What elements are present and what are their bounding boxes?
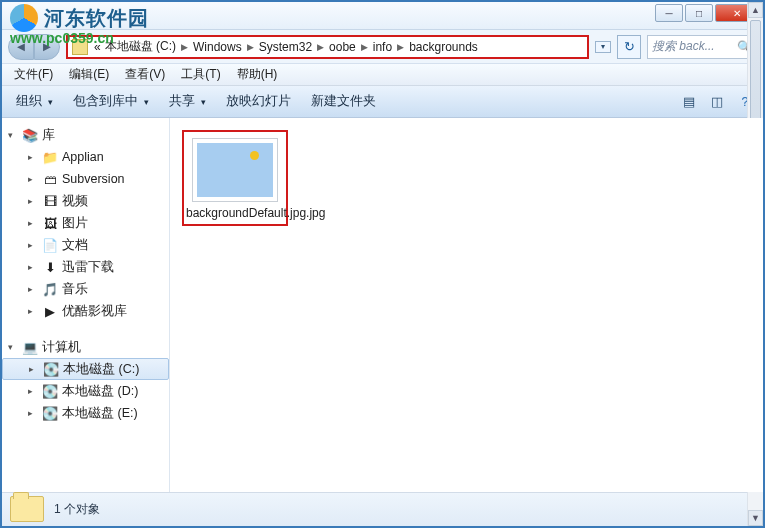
music-icon: 🎵 [42, 281, 58, 297]
drive-icon: 💽 [42, 383, 58, 399]
search-input[interactable]: 搜索 back... 🔍 [647, 35, 757, 59]
sidebar-drive[interactable]: ▸💽本地磁盘 (C:) [2, 358, 169, 380]
expand-icon[interactable]: ▸ [28, 284, 38, 294]
sidebar-drive-label: 本地磁盘 (C:) [63, 361, 139, 378]
expand-icon[interactable]: ▸ [28, 218, 38, 228]
breadcrumb-seg[interactable]: backgrounds [407, 40, 480, 54]
sidebar-item-label: 音乐 [62, 281, 88, 298]
breadcrumb-seg[interactable]: info [371, 40, 394, 54]
expand-icon[interactable]: ▸ [28, 386, 38, 396]
sidebar-item-label: 优酷影视库 [62, 303, 127, 320]
expand-icon[interactable]: ▾ [8, 130, 18, 140]
menu-tools[interactable]: 工具(T) [173, 64, 228, 85]
toolbar: 组织 包含到库中 共享 放映幻灯片 新建文件夹 ▤ ◫ ? [2, 86, 763, 118]
refresh-button[interactable]: ↻ [617, 35, 641, 59]
menu-file[interactable]: 文件(F) [6, 64, 61, 85]
organize-button[interactable]: 组织 [6, 89, 63, 114]
sidebar-computer[interactable]: ▾ 💻 计算机 [2, 336, 169, 358]
dropdown-icon[interactable]: ▾ [595, 41, 611, 53]
expand-icon[interactable]: ▸ [28, 174, 38, 184]
documents-icon: 📄 [42, 237, 58, 253]
expand-icon[interactable]: ▾ [8, 342, 18, 352]
preview-pane-button[interactable]: ◫ [705, 90, 729, 114]
drive-icon: 💽 [43, 361, 59, 377]
sidebar-item-label: 图片 [62, 215, 88, 232]
sidebar-label: 库 [42, 127, 55, 144]
breadcrumb-seg[interactable]: Windows [191, 40, 244, 54]
menu-bar: 文件(F) 编辑(E) 查看(V) 工具(T) 帮助(H) [2, 64, 763, 86]
chevron-right-icon[interactable]: ▶ [178, 42, 191, 52]
chevron-right-icon[interactable]: ▶ [244, 42, 257, 52]
sidebar-item-label: 文档 [62, 237, 88, 254]
window-controls: ─ □ ✕ [655, 4, 759, 22]
nav-arrows: ◄ ► [8, 34, 60, 60]
sidebar-item-label: Applian [62, 150, 104, 164]
sidebar-item[interactable]: ▸📁Applian [2, 146, 169, 168]
file-item[interactable]: backgroundDefault.jpg.jpg [182, 130, 288, 226]
expand-icon[interactable]: ▸ [28, 152, 38, 162]
view-mode-button[interactable]: ▤ [677, 90, 701, 114]
sidebar-item[interactable]: ▸🎵音乐 [2, 278, 169, 300]
file-thumbnail [192, 138, 278, 202]
libraries-icon: 📚 [22, 127, 38, 143]
expand-icon[interactable]: ▸ [29, 364, 39, 374]
content-area[interactable]: backgroundDefault.jpg.jpg [170, 118, 763, 492]
sidebar-drive-label: 本地磁盘 (E:) [62, 405, 138, 422]
folder-icon: 📁 [42, 149, 58, 165]
expand-icon[interactable]: ▸ [28, 408, 38, 418]
sidebar-drive-label: 本地磁盘 (D:) [62, 383, 138, 400]
youku-icon: ▶ [42, 303, 58, 319]
chevron-right-icon[interactable]: ▶ [314, 42, 327, 52]
expand-icon[interactable]: ▸ [28, 240, 38, 250]
sidebar-item[interactable]: ▸⬇迅雷下载 [2, 256, 169, 278]
new-folder-button[interactable]: 新建文件夹 [301, 89, 386, 114]
chevron-right-icon[interactable]: ▶ [358, 42, 371, 52]
pictures-icon: 🖼 [42, 215, 58, 231]
status-count: 1 个对象 [54, 501, 100, 518]
include-library-button[interactable]: 包含到库中 [63, 89, 159, 114]
menu-view[interactable]: 查看(V) [117, 64, 173, 85]
titlebar: ─ □ ✕ [2, 2, 763, 30]
computer-icon: 💻 [22, 339, 38, 355]
file-name: backgroundDefault.jpg.jpg [186, 206, 284, 220]
forward-button[interactable]: ► [34, 34, 60, 60]
sidebar-item-label: 迅雷下载 [62, 259, 114, 276]
slideshow-button[interactable]: 放映幻灯片 [216, 89, 301, 114]
expand-icon[interactable]: ▸ [28, 262, 38, 272]
sidebar-item[interactable]: ▸▶优酷影视库 [2, 300, 169, 322]
sidebar-item-label: Subversion [62, 172, 125, 186]
expand-icon[interactable]: ▸ [28, 196, 38, 206]
body-area: ▾ 📚 库 ▸📁Applian ▸🗃Subversion ▸🎞视频 ▸🖼图片 ▸… [2, 118, 763, 492]
menu-edit[interactable]: 编辑(E) [61, 64, 117, 85]
maximize-button[interactable]: □ [685, 4, 713, 22]
status-folder-icon [10, 496, 44, 524]
back-button[interactable]: ◄ [8, 34, 34, 60]
sidebar-drive[interactable]: ▸💽本地磁盘 (D:) [2, 380, 169, 402]
minimize-button[interactable]: ─ [655, 4, 683, 22]
sidebar: ▾ 📚 库 ▸📁Applian ▸🗃Subversion ▸🎞视频 ▸🖼图片 ▸… [2, 118, 170, 492]
address-row: ◄ ► « 本地磁盘 (C:)▶ Windows▶ System32▶ oobe… [2, 30, 763, 64]
menu-help[interactable]: 帮助(H) [229, 64, 286, 85]
breadcrumb-bar[interactable]: « 本地磁盘 (C:)▶ Windows▶ System32▶ oobe▶ in… [66, 35, 589, 59]
sidebar-libraries[interactable]: ▾ 📚 库 [2, 124, 169, 146]
breadcrumb-seg[interactable]: oobe [327, 40, 358, 54]
folder-icon: 🗃 [42, 171, 58, 187]
video-icon: 🎞 [42, 193, 58, 209]
breadcrumb-seg[interactable]: System32 [257, 40, 314, 54]
search-placeholder: 搜索 back... [652, 38, 715, 55]
chevron-right-icon[interactable]: ▶ [394, 42, 407, 52]
breadcrumb-dropdown[interactable]: ▾ [595, 41, 611, 53]
breadcrumb-seg[interactable]: 本地磁盘 (C:) [103, 38, 178, 55]
download-icon: ⬇ [42, 259, 58, 275]
breadcrumb-prefix: « [92, 40, 103, 54]
sidebar-item[interactable]: ▸🎞视频 [2, 190, 169, 212]
status-bar: 1 个对象 [2, 492, 763, 526]
sidebar-drive[interactable]: ▸💽本地磁盘 (E:) [2, 402, 169, 424]
sidebar-item[interactable]: ▸🖼图片 [2, 212, 169, 234]
sidebar-item[interactable]: ▸🗃Subversion [2, 168, 169, 190]
sidebar-item[interactable]: ▸📄文档 [2, 234, 169, 256]
share-button[interactable]: 共享 [159, 89, 216, 114]
drive-icon [72, 39, 88, 55]
expand-icon[interactable]: ▸ [28, 306, 38, 316]
drive-icon: 💽 [42, 405, 58, 421]
